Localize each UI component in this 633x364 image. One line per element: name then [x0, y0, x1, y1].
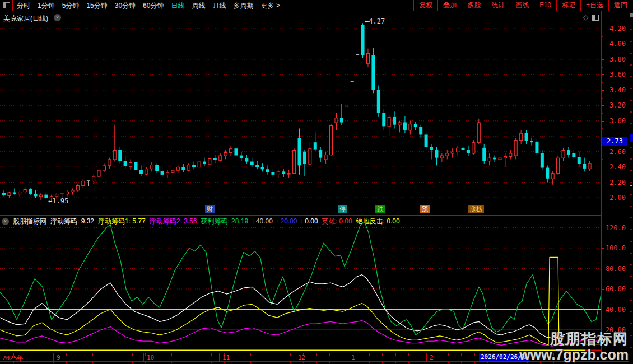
date-minor-tick [435, 353, 435, 356]
sliver-tick [303, 362, 304, 363]
clipped-text-mark [630, 182, 632, 183]
sliver-tick [198, 362, 198, 363]
sliver-tick [395, 362, 396, 363]
chevron-down-icon[interactable]: v [54, 14, 61, 21]
date-minor-tick [277, 353, 277, 356]
clipped-text-mark [630, 264, 632, 265]
tab-8[interactable]: 月线 [212, 1, 226, 11]
indicator-value-1: 浮动筹码1: 5.77 [98, 217, 146, 226]
toolbar-button-2[interactable]: 多股 [462, 0, 486, 11]
clipped-text-mark [630, 323, 632, 324]
date-major-tick [143, 353, 144, 361]
price-tick [602, 152, 604, 152]
sliver-tick [290, 362, 291, 363]
info-badge-4[interactable]: 涨榜 [468, 205, 484, 213]
price-label-4.00: 4.00 [602, 40, 626, 48]
sliver-tick [185, 362, 185, 363]
clipped-text-mark [630, 300, 632, 301]
sliver-tick [382, 362, 383, 363]
price-label-2.60: 2.60 [602, 148, 626, 156]
tab-7[interactable]: 周线 [192, 1, 205, 11]
date-minor-tick [27, 353, 27, 356]
date-minor-tick [80, 353, 80, 356]
period-toolbar: 分时1分钟5分钟15分钟30分钟60分钟日线周线月线多周期更多 > 复权叠加多股… [0, 0, 633, 11]
chevron-down-icon[interactable]: v [2, 218, 9, 225]
info-badge-0[interactable]: 财 [205, 205, 215, 213]
price-label-4.20: 4.20 [602, 25, 626, 32]
tab-3[interactable]: 15分钟 [86, 1, 107, 11]
date-minor-tick [329, 353, 330, 356]
date-minor-tick [290, 353, 291, 356]
price-tick [602, 44, 604, 44]
sliver-tick [343, 362, 343, 363]
date-minor-tick [356, 353, 356, 356]
toolbar-button-6[interactable]: 标记 [556, 0, 580, 11]
date-minor-tick [40, 353, 40, 356]
sliver-tick [487, 362, 488, 363]
price-label-3.60: 3.60 [602, 71, 626, 78]
toolbar-button-3[interactable]: 统计 [486, 0, 510, 11]
clipped-text-mark [630, 229, 632, 230]
tab-2[interactable]: 5分钟 [62, 1, 80, 11]
sliver-tick [316, 362, 317, 363]
tab-5[interactable]: 60分钟 [143, 1, 164, 11]
date-major-tick [53, 353, 54, 361]
clipped-text-mark [630, 29, 632, 30]
indicator-svg [0, 222, 601, 353]
price-badge: 2.73 [602, 137, 627, 146]
indicator-value-3: 获利筹码: 28.19 [201, 217, 248, 226]
date-major-tick [295, 353, 295, 361]
indicator-label-120.0: 120.0 [602, 224, 626, 232]
indicator-label-60.00: 60.00 [602, 285, 626, 293]
layout-icon[interactable] [3, 2, 10, 8]
tab-0[interactable]: 分时 [17, 1, 30, 11]
toolbar-button-5[interactable]: F10 [534, 0, 556, 11]
price-tick [602, 29, 604, 29]
date-label-0: 2025年 [2, 354, 24, 362]
indicator-value-6: : 0.00 [301, 217, 318, 225]
sliver-tick [224, 362, 225, 363]
tab-10[interactable]: 更多 > [260, 1, 280, 11]
date-minor-tick [238, 353, 238, 356]
tab-4[interactable]: 30分钟 [115, 1, 136, 11]
price-axis[interactable]: 4.204.003.803.603.403.203.002.602.402.20… [601, 11, 629, 353]
indicator-tick [602, 289, 604, 290]
info-badge-1[interactable]: 停 [338, 205, 347, 213]
clipped-text-mark [630, 206, 632, 207]
sliver-tick [461, 362, 462, 363]
date-label-3: 11 [222, 354, 230, 361]
toolbar-button-4[interactable]: 画线 [510, 0, 534, 11]
price-tick [602, 59, 604, 60]
date-minor-tick [119, 353, 119, 356]
split-panel-icon[interactable] [592, 15, 599, 21]
price-tick [602, 121, 604, 122]
collapsed-right-panel[interactable] [629, 11, 633, 364]
info-badge-3[interactable]: 预 [420, 205, 430, 213]
date-minor-tick [250, 353, 251, 356]
price-minor-tick [602, 128, 603, 129]
indicator-title[interactable]: 股朋指标网 [13, 217, 46, 226]
tab-9[interactable]: 多周期 [233, 1, 253, 11]
date-minor-tick [395, 353, 396, 356]
diamond-icon[interactable]: ◇ [583, 13, 588, 21]
toolbar-button-1[interactable]: 叠加 [437, 0, 462, 11]
indicator-tick [602, 228, 604, 228]
toolbar-button-7[interactable]: +自选 [580, 0, 608, 11]
clipped-text-mark [630, 288, 632, 289]
price-tick [602, 74, 604, 75]
clipped-text-mark [630, 276, 632, 277]
toolbar-button-8[interactable]: 返回 [608, 0, 632, 11]
date-major-tick [426, 353, 427, 361]
sliver-tick [448, 362, 449, 363]
tab-1[interactable]: 1分钟 [38, 1, 55, 11]
clipped-text-mark [630, 241, 632, 242]
date-minor-tick [264, 353, 264, 356]
info-badge-2[interactable]: 跌 [375, 205, 385, 213]
tab-6[interactable]: 日线 [171, 1, 184, 11]
sliver-tick [501, 362, 501, 363]
price-label-2.20: 2.20 [602, 179, 626, 186]
toolbar-button-0[interactable]: 复权 [413, 0, 437, 11]
date-major-tick [348, 353, 348, 361]
clipped-text-mark [630, 194, 632, 195]
indicator-value-5: : 20.00 [277, 217, 297, 225]
